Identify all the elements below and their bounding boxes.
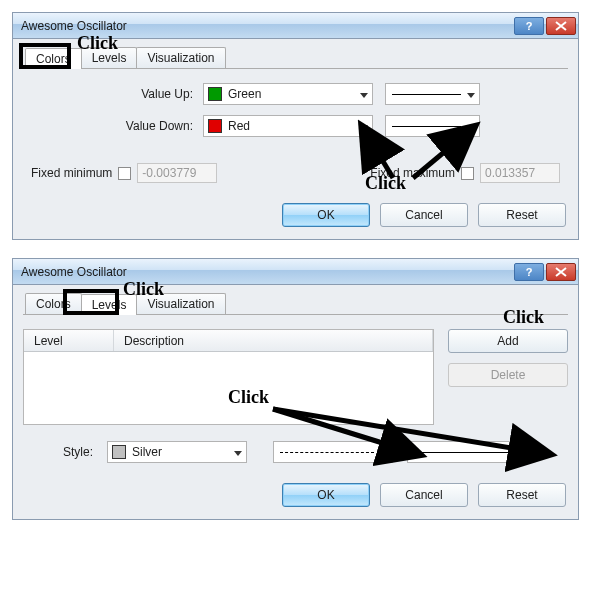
level-table-header: Level Description (24, 330, 433, 352)
value-up-label: Value Up: (23, 87, 203, 101)
titlebar: Awesome Oscillator ? (13, 259, 578, 285)
tabstrip: Colors Levels Visualization (23, 47, 568, 69)
delete-button: Delete (448, 363, 568, 387)
line-preview-solid (414, 452, 508, 453)
chevron-down-icon (514, 445, 522, 459)
dialog-levels: Awesome Oscillator ? Colors Levels Visua… (12, 258, 579, 520)
help-button[interactable]: ? (514, 263, 544, 281)
col-level[interactable]: Level (24, 330, 114, 351)
value-down-linestyle-combo[interactable] (385, 115, 480, 137)
line-preview-solid (392, 126, 461, 127)
level-area: Level Description Add Delete (23, 329, 568, 425)
fixed-row: Fixed minimum Fixed maximum (23, 163, 568, 183)
titlebar: Awesome Oscillator ? (13, 13, 578, 39)
fixed-max-group: Fixed maximum (370, 163, 560, 183)
chevron-down-icon (360, 119, 368, 133)
value-up-color-text: Green (228, 87, 261, 101)
cancel-button[interactable]: Cancel (380, 483, 468, 507)
reset-button[interactable]: Reset (478, 203, 566, 227)
fixed-max-checkbox[interactable] (461, 167, 474, 180)
value-down-label: Value Down: (23, 119, 203, 133)
chevron-down-icon (360, 87, 368, 101)
close-button[interactable] (546, 263, 576, 281)
value-up-swatch (208, 87, 222, 101)
ok-button[interactable]: OK (282, 203, 370, 227)
close-icon (555, 267, 567, 277)
fixed-max-value (480, 163, 560, 183)
fixed-min-group: Fixed minimum (31, 163, 217, 183)
reset-button[interactable]: Reset (478, 483, 566, 507)
title-text: Awesome Oscillator (21, 19, 512, 33)
fixed-min-label: Fixed minimum (31, 166, 112, 180)
button-bar: OK Cancel Reset (13, 473, 578, 519)
button-bar: OK Cancel Reset (13, 193, 578, 239)
cancel-button[interactable]: Cancel (380, 203, 468, 227)
chevron-down-icon (234, 445, 242, 459)
style-width-combo[interactable] (407, 441, 527, 463)
line-preview-solid (392, 94, 461, 95)
close-icon (555, 21, 567, 31)
tabstrip: Colors Levels Visualization (23, 293, 568, 315)
dialog-colors: Awesome Oscillator ? Colors Levels Visua… (12, 12, 579, 240)
add-button[interactable]: Add (448, 329, 568, 353)
close-button[interactable] (546, 17, 576, 35)
fixed-min-checkbox[interactable] (118, 167, 131, 180)
tab-colors[interactable]: Colors (25, 293, 82, 314)
row-value-up: Value Up: Green (23, 83, 568, 105)
value-down-color-combo[interactable]: Red (203, 115, 373, 137)
level-side-buttons: Add Delete (448, 329, 568, 425)
value-up-linestyle-combo[interactable] (385, 83, 480, 105)
chevron-down-icon (467, 119, 475, 133)
ok-button[interactable]: OK (282, 483, 370, 507)
chevron-down-icon (380, 445, 388, 459)
style-dash-combo[interactable] (273, 441, 393, 463)
value-down-swatch (208, 119, 222, 133)
row-value-down: Value Down: Red (23, 115, 568, 137)
fixed-min-value (137, 163, 217, 183)
tab-visualization[interactable]: Visualization (136, 293, 225, 314)
fixed-max-label: Fixed maximum (370, 166, 455, 180)
value-down-color-text: Red (228, 119, 250, 133)
help-button[interactable]: ? (514, 17, 544, 35)
tab-levels[interactable]: Levels (81, 47, 138, 68)
style-color-text: Silver (132, 445, 162, 459)
title-text: Awesome Oscillator (21, 265, 512, 279)
style-row: Style: Silver (23, 441, 568, 463)
style-color-combo[interactable]: Silver (107, 441, 247, 463)
style-swatch (112, 445, 126, 459)
style-label: Style: (63, 445, 93, 459)
level-table[interactable]: Level Description (23, 329, 434, 425)
value-up-color-combo[interactable]: Green (203, 83, 373, 105)
chevron-down-icon (467, 87, 475, 101)
line-preview-dashed (280, 452, 374, 453)
tab-visualization[interactable]: Visualization (136, 47, 225, 68)
tab-levels[interactable]: Levels (81, 294, 138, 315)
col-description[interactable]: Description (114, 330, 433, 351)
tab-colors[interactable]: Colors (25, 48, 82, 69)
